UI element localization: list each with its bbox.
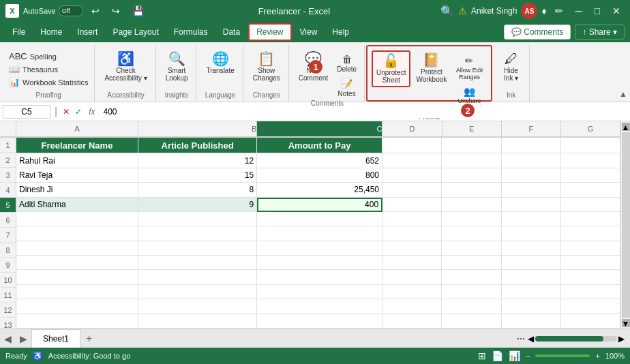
cell-c2[interactable]: 652 (257, 153, 382, 168)
close-button[interactable]: ✕ (608, 4, 625, 18)
cell-d13[interactable] (382, 314, 442, 329)
cell-e3[interactable] (442, 168, 501, 183)
menu-data[interactable]: Data (216, 25, 247, 40)
save-button[interactable]: 💾 (128, 4, 148, 18)
ribbon-expand-icon[interactable]: ▲ (619, 89, 627, 99)
redo-button[interactable]: ↪ (108, 4, 124, 18)
cell-f4[interactable] (502, 183, 561, 197)
cell-b6[interactable] (138, 212, 257, 226)
cell-d5[interactable] (382, 198, 442, 212)
cell-c3[interactable]: 800 (257, 168, 382, 183)
cell-b3[interactable]: 15 (138, 168, 257, 183)
cell-g7[interactable] (561, 226, 620, 241)
protect-workbook-button[interactable]: 📔 ProtectWorkbook (412, 50, 451, 86)
menu-home[interactable]: Home (33, 25, 69, 40)
cell-d9[interactable] (382, 256, 442, 270)
share-button[interactable]: ↑ Share ▾ (575, 25, 625, 40)
cell-b1[interactable]: Article Published (138, 138, 257, 153)
cell-c10[interactable] (257, 270, 382, 284)
cell-b7[interactable] (138, 226, 257, 241)
cell-f3[interactable] (502, 168, 561, 183)
cell-b13[interactable] (138, 314, 257, 329)
cell-d6[interactable] (382, 212, 442, 226)
cell-e7[interactable] (442, 226, 501, 241)
cell-f13[interactable] (502, 314, 561, 329)
sheet-tab-1[interactable]: Sheet1 (31, 329, 80, 348)
cell-b12[interactable] (138, 299, 257, 314)
cell-a10[interactable] (16, 270, 138, 284)
cell-c4[interactable]: 25,450 (257, 183, 382, 197)
cell-e9[interactable] (442, 256, 501, 270)
add-sheet-button[interactable]: + (80, 330, 97, 348)
cell-g6[interactable] (561, 212, 620, 226)
menu-help[interactable]: Help (325, 25, 356, 40)
cell-g2[interactable] (561, 153, 620, 168)
autosave-pill[interactable]: Off (59, 5, 83, 16)
cell-f10[interactable] (502, 270, 561, 284)
cell-d1[interactable] (382, 138, 442, 153)
cell-a6[interactable] (16, 212, 138, 226)
cell-d8[interactable] (382, 241, 442, 256)
cell-a8[interactable] (16, 241, 138, 256)
menu-file[interactable]: File (5, 25, 32, 40)
tab-nav-left[interactable]: ◀ (0, 332, 16, 346)
cell-g12[interactable] (561, 299, 620, 314)
cell-a2[interactable]: Rahul Rai (16, 153, 138, 168)
hscroll-left[interactable]: ◀ (528, 334, 534, 344)
cell-b10[interactable] (138, 270, 257, 284)
search-icon[interactable]: 🔍 (440, 5, 454, 18)
cell-e10[interactable] (442, 270, 501, 284)
cell-f9[interactable] (502, 256, 561, 270)
cell-d11[interactable] (382, 285, 442, 299)
cell-e6[interactable] (442, 212, 501, 226)
cell-a9[interactable] (16, 256, 138, 270)
hide-ink-button[interactable]: 🖊 HideInk ▾ (498, 49, 525, 85)
cell-a4[interactable]: Dinesh Ji (16, 183, 138, 197)
col-header-f[interactable]: F (502, 121, 561, 136)
tab-nav-right[interactable]: ▶ (16, 332, 31, 346)
menu-review[interactable]: Review (248, 23, 291, 41)
col-header-a[interactable]: A (16, 121, 138, 136)
hscroll-track[interactable] (535, 336, 617, 342)
cell-a13[interactable] (16, 314, 138, 329)
delete-comment-button[interactable]: 🗑 Delete (333, 52, 360, 75)
tab-dots[interactable]: ⋯ (517, 334, 525, 344)
cell-e2[interactable] (442, 153, 501, 168)
col-header-g[interactable]: G (561, 121, 620, 136)
cell-d7[interactable] (382, 226, 442, 241)
cell-c11[interactable] (257, 285, 382, 299)
translate-button[interactable]: 🌐 Translate (202, 49, 238, 77)
menu-formulas[interactable]: Formulas (167, 25, 215, 40)
menu-view[interactable]: View (293, 25, 325, 40)
cell-d3[interactable] (382, 168, 442, 183)
cell-b9[interactable] (138, 256, 257, 270)
show-changes-button[interactable]: 📋 ShowChanges (249, 49, 284, 85)
cell-f5[interactable] (502, 198, 561, 212)
cell-g3[interactable] (561, 168, 620, 183)
zoom-slider[interactable] (535, 354, 590, 357)
cell-c12[interactable] (257, 299, 382, 314)
cell-e11[interactable] (442, 285, 501, 299)
check-accessibility-button[interactable]: ♿ CheckAccessibility ▾ (100, 49, 151, 85)
cell-e4[interactable] (442, 183, 501, 197)
customize-btn[interactable]: ✏ (551, 4, 567, 18)
cell-c8[interactable] (257, 241, 382, 256)
col-header-b[interactable]: B (138, 121, 257, 136)
cell-b11[interactable] (138, 285, 257, 299)
zoom-out-icon[interactable]: − (526, 352, 530, 360)
smart-lookup-button[interactable]: 🔍 SmartLookup (162, 49, 192, 85)
cell-d4[interactable] (382, 183, 442, 197)
zoom-in-icon[interactable]: + (595, 352, 599, 360)
cell-e8[interactable] (442, 241, 501, 256)
view-normal-icon[interactable]: ⊞ (478, 350, 486, 361)
cell-d2[interactable] (382, 153, 442, 168)
vertical-scrollbar[interactable]: ▲ ▼ (620, 121, 630, 329)
cell-c5[interactable]: 400 (257, 198, 382, 212)
cell-a1[interactable]: Freelancer Name (16, 138, 138, 153)
cell-c7[interactable] (257, 226, 382, 241)
restore-button[interactable]: □ (590, 4, 604, 18)
fx-confirm[interactable]: ✓ (74, 107, 83, 117)
col-header-c[interactable]: C (257, 121, 382, 136)
unprotect-sheet-button[interactable]: 🔓 UnprotectSheet (372, 50, 410, 87)
menu-page-layout[interactable]: Page Layout (106, 25, 165, 40)
